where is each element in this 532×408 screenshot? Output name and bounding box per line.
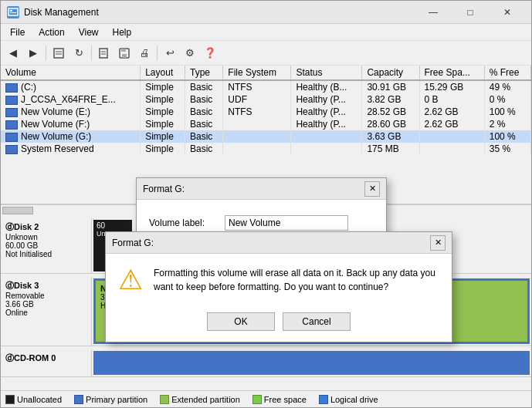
app-icon <box>7 6 19 19</box>
format-dialog-bg-title-bar: Format G: ✕ <box>137 178 386 200</box>
menu-view[interactable]: View <box>73 25 105 39</box>
main-window: Disk Management — □ ✕ File Action View H… <box>0 0 532 408</box>
svg-rect-10 <box>121 49 126 52</box>
warning-dialog-title-bar: Format G: ✕ <box>106 232 452 254</box>
svg-rect-1 <box>10 10 12 12</box>
forward-button[interactable]: ▶ <box>24 44 42 62</box>
format-dialog-bg-close[interactable]: ✕ <box>364 181 380 197</box>
ok-button[interactable]: OK <box>207 312 275 331</box>
print-button[interactable]: 🖨 <box>135 44 154 62</box>
close-button[interactable]: ✕ <box>490 1 525 24</box>
content-area: Volume Layout Type File System Status Ca… <box>1 66 531 407</box>
refresh-button[interactable]: ↻ <box>69 44 88 62</box>
svg-rect-6 <box>100 49 107 58</box>
separator-1 <box>46 46 46 61</box>
menu-action[interactable]: Action <box>32 25 70 39</box>
svg-rect-11 <box>122 54 127 58</box>
separator-2 <box>91 46 92 61</box>
title-bar-left: Disk Management <box>7 6 99 19</box>
dialog-overlay: Format G: ✕ Volume label: Format G: ✕ <box>1 66 531 407</box>
title-bar: Disk Management — □ ✕ <box>1 1 531 24</box>
window-title: Disk Management <box>24 7 99 18</box>
settings-button[interactable]: ⚙ <box>181 44 199 62</box>
svg-rect-0 <box>8 8 18 15</box>
undo-button[interactable]: ↩ <box>161 44 179 62</box>
format-dialog-bg-title: Format G: <box>143 184 185 194</box>
save-button[interactable] <box>115 44 134 62</box>
warning-buttons: OK Cancel <box>106 306 452 342</box>
warning-icon: ⚠ <box>118 266 143 294</box>
volume-label-label: Volume label: <box>149 217 219 228</box>
back-button[interactable]: ◀ <box>4 44 22 62</box>
warning-dialog-title: Format G: <box>112 238 154 248</box>
warning-dialog: Format G: ✕ ⚠ Formatting this volume wil… <box>105 231 452 342</box>
svg-rect-3 <box>54 49 63 58</box>
help-button[interactable]: ❓ <box>201 44 219 62</box>
warning-message: Formatting this volume will erase all da… <box>154 266 439 294</box>
volume-label-input[interactable] <box>225 215 348 231</box>
menu-bar: File Action View Help <box>1 24 531 41</box>
maximize-button[interactable]: □ <box>452 1 488 24</box>
cancel-button[interactable]: Cancel <box>283 312 351 331</box>
menu-file[interactable]: File <box>4 25 31 39</box>
toolbar: ◀ ▶ ↻ 🖨 ↩ ⚙ ❓ <box>1 41 531 66</box>
warning-dialog-close[interactable]: ✕ <box>430 235 446 251</box>
new-volume-button[interactable] <box>95 44 114 62</box>
properties-button[interactable] <box>49 44 68 62</box>
menu-help[interactable]: Help <box>107 25 138 39</box>
minimize-button[interactable]: — <box>415 1 451 24</box>
warning-body: ⚠ Formatting this volume will erase all … <box>106 254 452 306</box>
title-bar-controls: — □ ✕ <box>415 1 525 24</box>
separator-3 <box>157 46 158 61</box>
svg-rect-2 <box>10 12 16 13</box>
